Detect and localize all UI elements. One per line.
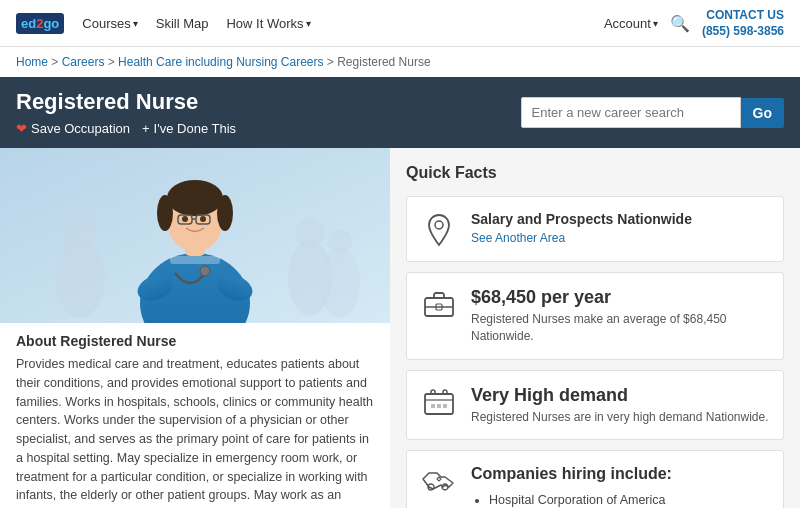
demand-card-body: Very High demand Registered Nurses are i… [471, 385, 769, 426]
demand-card: Very High demand Registered Nurses are i… [406, 370, 784, 441]
svg-rect-30 [443, 404, 447, 408]
right-column: Quick Facts Salary and Prospects Nationw… [390, 148, 800, 508]
about-title: About Registered Nurse [16, 333, 374, 349]
plus-icon: + [142, 121, 150, 136]
nav-skill-map[interactable]: Skill Map [156, 16, 209, 31]
svg-rect-21 [170, 256, 220, 264]
career-title: Registered Nurse [16, 89, 236, 115]
nurse-image [0, 148, 390, 323]
nav-courses[interactable]: Courses ▾ [82, 16, 137, 31]
courses-caret: ▾ [133, 18, 138, 29]
amount-card: $68,450 per year Registered Nurses make … [406, 272, 784, 360]
salary-title: Salary and Prospects Nationwide [471, 211, 769, 227]
left-text-area: About Registered Nurse Provides medical … [0, 323, 390, 508]
contact-block: CONTACT US (855) 598-3856 [702, 8, 784, 38]
demand-icon [421, 387, 457, 415]
done-button[interactable]: + I've Done This [142, 121, 236, 136]
career-search: Go [521, 97, 784, 128]
svg-point-5 [320, 248, 360, 318]
see-another-area-link[interactable]: See Another Area [471, 231, 565, 245]
main-content: About Registered Nurse Provides medical … [0, 148, 800, 508]
nav-how-it-works[interactable]: How It Works ▾ [226, 16, 310, 31]
breadcrumb-sep-1: > [51, 55, 61, 69]
salary-description: Registered Nurses make an average of $68… [471, 311, 769, 345]
svg-point-10 [200, 266, 210, 276]
contact-us-link[interactable]: CONTACT US [702, 8, 784, 22]
career-header-left: Registered Nurse ❤ Save Occupation + I'v… [16, 89, 236, 136]
svg-point-4 [296, 219, 324, 247]
svg-point-14 [157, 195, 173, 231]
svg-point-2 [65, 215, 95, 245]
svg-rect-29 [437, 404, 441, 408]
breadcrumb: Home > Careers > Health Care including N… [0, 47, 800, 77]
breadcrumb-current: Registered Nurse [337, 55, 430, 69]
demand-title: Very High demand [471, 385, 769, 406]
svg-point-1 [55, 238, 105, 318]
breadcrumb-home[interactable]: Home [16, 55, 48, 69]
salary-card: Salary and Prospects Nationwide See Anot… [406, 196, 784, 262]
breadcrumb-sep-2: > [108, 55, 118, 69]
svg-point-22 [435, 221, 443, 229]
career-header: Registered Nurse ❤ Save Occupation + I'v… [0, 77, 800, 148]
svg-point-6 [328, 229, 352, 253]
heart-icon: ❤ [16, 121, 27, 136]
svg-point-19 [182, 216, 188, 222]
nav-skill-map-label: Skill Map [156, 16, 209, 31]
save-occupation-button[interactable]: ❤ Save Occupation [16, 121, 130, 136]
demand-description: Registered Nurses are in very high deman… [471, 409, 769, 426]
svg-point-13 [167, 180, 223, 216]
about-description: Provides medical care and treatment, edu… [16, 355, 374, 508]
nav-left: ed2go Courses ▾ Skill Map How It Works ▾ [16, 13, 311, 34]
nav-courses-label: Courses [82, 16, 130, 31]
breadcrumb-sep-3: > [327, 55, 337, 69]
nav-account[interactable]: Account ▾ [604, 16, 658, 31]
quick-facts-title: Quick Facts [406, 164, 784, 182]
career-search-input[interactable] [521, 97, 741, 128]
companies-card: Companies hiring include: Hospital Corpo… [406, 450, 784, 508]
svg-point-20 [200, 216, 206, 222]
svg-rect-28 [431, 404, 435, 408]
briefcase-icon [421, 289, 457, 317]
companies-title: Companies hiring include: [471, 465, 769, 483]
amount-card-body: $68,450 per year Registered Nurses make … [471, 287, 769, 345]
account-label: Account [604, 16, 651, 31]
salary-card-body: Salary and Prospects Nationwide See Anot… [471, 211, 769, 245]
breadcrumb-careers[interactable]: Careers [62, 55, 105, 69]
done-label: I've Done This [154, 121, 236, 136]
svg-point-15 [217, 195, 233, 231]
logo-box: ed2go [16, 13, 64, 34]
account-caret: ▾ [653, 18, 658, 29]
go-button[interactable]: Go [741, 98, 784, 128]
salary-amount: $68,450 per year [471, 287, 769, 308]
left-column: About Registered Nurse Provides medical … [0, 148, 390, 508]
company-item-1: Hospital Corporation of America [489, 489, 769, 508]
save-label: Save Occupation [31, 121, 130, 136]
search-icon[interactable]: 🔍 [670, 14, 690, 33]
companies-card-body: Companies hiring include: Hospital Corpo… [471, 465, 769, 508]
breadcrumb-health-care[interactable]: Health Care including Nursing Careers [118, 55, 323, 69]
career-actions: ❤ Save Occupation + I've Done This [16, 121, 236, 136]
how-caret: ▾ [306, 18, 311, 29]
main-nav: ed2go Courses ▾ Skill Map How It Works ▾… [0, 0, 800, 47]
nav-right: Account ▾ 🔍 CONTACT US (855) 598-3856 [604, 8, 784, 38]
contact-phone: (855) 598-3856 [702, 24, 784, 38]
handshake-icon [421, 467, 457, 497]
nav-how-label: How It Works [226, 16, 303, 31]
companies-list: Hospital Corporation of America Psa Heal… [471, 489, 769, 508]
location-icon [421, 213, 457, 247]
logo[interactable]: ed2go [16, 13, 64, 34]
